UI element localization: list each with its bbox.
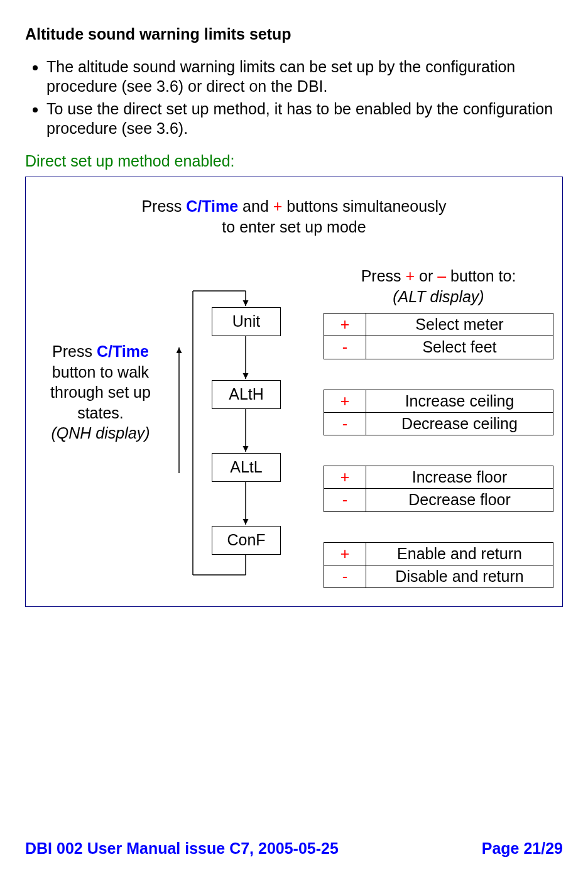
footer-left: DBI 002 User Manual issue C7, 2005-05-25 — [25, 839, 339, 858]
plus-cell: + — [324, 390, 366, 412]
action-cell: Select meter — [366, 314, 553, 336]
text: states. — [77, 404, 124, 422]
state-unit: Unit — [212, 307, 281, 336]
plus-cell: + — [324, 314, 366, 336]
text: button to walk — [52, 363, 149, 381]
text: buttons simultaneously — [282, 197, 446, 215]
ctime-label: C/Time — [186, 197, 238, 215]
minus-cell: - — [324, 412, 366, 435]
text: (QNH display) — [52, 424, 150, 442]
right-header: Press + or – button to: (ALT display) — [324, 266, 553, 307]
section-heading: Altitude sound warning limits setup — [25, 25, 563, 43]
text: button to: — [446, 267, 516, 285]
plus-cell: + — [324, 542, 366, 565]
diagram: Press C/Time button to walk through set … — [35, 266, 553, 592]
text: Press — [141, 197, 186, 215]
text: through set up — [50, 383, 151, 401]
state-altl: ALtL — [212, 453, 281, 482]
bullet-item: The altitude sound warning limits can be… — [46, 57, 563, 97]
plus-symbol: + — [406, 267, 415, 285]
state-flow: Unit ALtH ALtL ConF — [173, 266, 317, 592]
table-unit: +Select meter -Select feet — [324, 313, 553, 359]
table-conf: +Enable and return -Disable and return — [324, 542, 553, 589]
right-column: Press + or – button to: (ALT display) +S… — [324, 266, 553, 588]
text: and — [238, 197, 273, 215]
plus-cell: + — [324, 466, 366, 489]
intro-text: Press C/Time and + buttons simultaneousl… — [35, 196, 553, 237]
state-conf: ConF — [212, 526, 281, 555]
table-alth: +Increase ceiling -Decrease ceiling — [324, 390, 553, 436]
page-footer: DBI 002 User Manual issue C7, 2005-05-25… — [25, 839, 563, 858]
text: or — [415, 267, 437, 285]
subheading: Direct set up method enabled: — [25, 152, 563, 170]
text: Press — [52, 342, 97, 360]
minus-cell: - — [324, 565, 366, 587]
minus-symbol: – — [437, 267, 446, 285]
action-cell: Decrease ceiling — [366, 412, 553, 435]
minus-cell: - — [324, 489, 366, 511]
action-cell: Enable and return — [366, 542, 553, 565]
text: to enter set up mode — [222, 218, 366, 236]
action-cell: Disable and return — [366, 565, 553, 587]
action-cell: Select feet — [366, 336, 553, 359]
text: (ALT display) — [393, 288, 484, 305]
table-altl: +Increase floor -Decrease floor — [324, 466, 553, 512]
footer-right: Page 21/29 — [482, 839, 563, 858]
bullet-list: The altitude sound warning limits can be… — [25, 57, 563, 138]
plus-symbol: + — [273, 197, 283, 215]
action-cell: Increase ceiling — [366, 390, 553, 412]
left-instruction: Press C/Time button to walk through set … — [35, 266, 166, 444]
minus-cell: - — [324, 336, 366, 359]
text: Press — [361, 267, 406, 285]
action-cell: Increase floor — [366, 466, 553, 489]
bullet-item: To use the direct set up method, it has … — [46, 99, 563, 139]
state-alth: ALtH — [212, 380, 281, 409]
action-cell: Decrease floor — [366, 489, 553, 511]
ctime-label: C/Time — [97, 342, 149, 360]
procedure-frame: Press C/Time and + buttons simultaneousl… — [25, 177, 563, 607]
